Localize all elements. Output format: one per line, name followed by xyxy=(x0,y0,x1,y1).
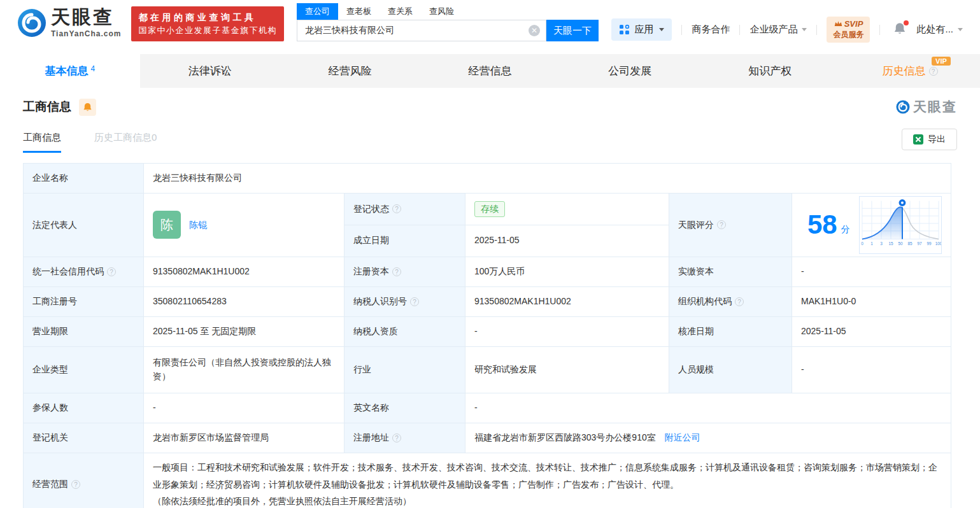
search-button[interactable]: 天眼一下 xyxy=(546,20,599,41)
field-insured-num-value: - xyxy=(144,393,344,423)
notifications-button[interactable] xyxy=(893,22,906,38)
field-taxpayer-quality-value: - xyxy=(465,316,669,346)
field-establish-date-value: 2025-11-05 xyxy=(465,225,669,257)
watermark-text: 天眼查 xyxy=(913,98,957,116)
tab-legal-label: 法律诉讼 xyxy=(188,64,232,78)
field-reg-capital-label: 注册资本? xyxy=(344,257,465,286)
alert-bell-icon xyxy=(83,102,92,112)
help-icon[interactable]: ? xyxy=(410,297,419,306)
divider xyxy=(879,25,880,35)
menu-enterprise-products[interactable]: 企业级产品 xyxy=(749,24,807,36)
menu-business-label: 商务合作 xyxy=(692,24,730,36)
eye-watermark-icon xyxy=(896,100,910,114)
field-reg-status-value: 存续 xyxy=(465,194,669,225)
tab-operating-label: 经营信息 xyxy=(469,64,512,78)
help-icon[interactable]: ? xyxy=(392,204,401,213)
svg-text:15: 15 xyxy=(888,241,893,246)
field-paid-capital-value: - xyxy=(792,257,951,286)
table-row: 工商注册号 350802110654283 纳税人识别号? 91350802MA… xyxy=(24,286,951,316)
search-tab-risk[interactable]: 查风险 xyxy=(421,3,462,20)
export-button[interactable]: 导出 xyxy=(902,129,957,150)
apps-menu-button[interactable]: 应用 xyxy=(611,18,672,41)
svip-member-button[interactable]: SVIP 会员服务 xyxy=(827,17,870,43)
subtab-business-info[interactable]: 工商信息 xyxy=(23,132,61,153)
tianyancha-logo[interactable]: 天眼查 TianYanCha.com xyxy=(17,8,121,38)
field-address-value: 福建省龙岩市新罗区西陂路303号办公楼910室 附近公司 xyxy=(465,423,951,453)
field-credit-code-value: 91350802MAK1H1U002 xyxy=(144,257,344,286)
scope-note: （除依法须经批准的项目外，凭营业执照依法自主开展经营活动） xyxy=(153,493,942,508)
field-company-name-label: 企业名称 xyxy=(24,164,144,194)
help-icon[interactable]: ? xyxy=(717,220,726,229)
search-tab-relation[interactable]: 查关系 xyxy=(380,3,421,20)
field-staff-scale-label: 人员规模 xyxy=(669,346,792,393)
field-reg-capital-value: 100万人民币 xyxy=(465,257,669,286)
search-input[interactable] xyxy=(297,20,546,41)
tab-history-label: 历史信息 xyxy=(883,64,926,78)
apps-menu-label: 应用 xyxy=(634,24,653,36)
help-icon[interactable]: ? xyxy=(929,67,938,76)
tab-intellectual-property[interactable]: 知识产权 xyxy=(700,54,840,88)
field-paid-capital-label: 实缴资本 xyxy=(669,257,792,286)
page-header: 天眼查 TianYanCha.com 都在用的商业查询工具 国家中小企业发展子基… xyxy=(0,0,980,54)
field-reg-status-label: 登记状态? xyxy=(344,194,465,225)
legal-rep-avatar[interactable]: 陈 xyxy=(153,211,181,239)
menu-business-cooperation[interactable]: 商务合作 xyxy=(692,24,730,36)
search-tab-boss[interactable]: 查老板 xyxy=(338,3,380,20)
tab-legal-proceedings[interactable]: 法律诉讼 xyxy=(140,54,280,88)
nearby-companies-link[interactable]: 附近公司 xyxy=(665,432,700,442)
field-legal-rep-value: 陈 陈锟 xyxy=(144,194,344,257)
chevron-down-icon xyxy=(958,28,963,31)
table-row: 统一社会信用代码? 91350802MAK1H1U002 注册资本? 100万人… xyxy=(24,257,951,286)
tab-basic-info-count: 4 xyxy=(91,64,96,73)
field-score-value: 58 分 xyxy=(792,194,951,257)
field-company-type-value: 有限责任公司（非自然人投资或控股的法人独资） xyxy=(144,346,344,393)
logo-domain: TianYanCha.com xyxy=(51,29,121,38)
field-score-label: 天眼评分? xyxy=(669,194,792,257)
field-legal-rep-label: 法定代表人 xyxy=(24,194,144,257)
address-text: 福建省龙岩市新罗区西陂路303号办公楼910室 xyxy=(474,432,656,442)
field-company-name-value: 龙岩三快科技有限公司 xyxy=(144,164,951,194)
score-number: 58 xyxy=(807,211,837,238)
tab-basic-info-label: 基本信息 xyxy=(45,64,89,78)
svg-text:97: 97 xyxy=(917,241,922,246)
tab-development-label: 公司发展 xyxy=(608,64,651,78)
tab-company-development[interactable]: 公司发展 xyxy=(560,54,700,88)
help-icon[interactable]: ? xyxy=(735,297,744,306)
field-taxpayer-no-label: 纳税人识别号? xyxy=(344,286,465,316)
help-icon[interactable]: ? xyxy=(392,434,401,442)
field-english-name-value: - xyxy=(465,393,951,423)
tab-operating-risk[interactable]: 经营风险 xyxy=(280,54,420,88)
field-term-value: 2025-11-05 至 无固定期限 xyxy=(144,316,344,346)
slogan-line2: 国家中小企业发展子基金旗下机构 xyxy=(138,24,277,37)
svip-label-2: 会员服务 xyxy=(833,29,863,40)
field-reg-org-value: 龙岩市新罗区市场监督管理局 xyxy=(144,423,344,453)
subscribe-alert-button[interactable] xyxy=(79,99,96,116)
table-row: 企业类型 有限责任公司（非自然人投资或控股的法人独资） 行业 研究和试验发展 人… xyxy=(24,346,951,393)
divider xyxy=(739,25,740,35)
tab-history-info[interactable]: VIP 历史信息 ? xyxy=(840,54,980,88)
legal-rep-link[interactable]: 陈锟 xyxy=(189,218,207,232)
brand-slogan: 都在用的商业查询工具 国家中小企业发展子基金旗下机构 xyxy=(131,6,284,41)
field-term-label: 营业期限 xyxy=(24,316,144,346)
field-company-type-label: 企业类型 xyxy=(24,346,144,393)
svg-text:100: 100 xyxy=(935,241,941,246)
help-icon[interactable]: ? xyxy=(71,480,80,489)
subtab-history-business-info[interactable]: 历史工商信息0 xyxy=(94,132,157,153)
tab-basic-info[interactable]: 基本信息 4 xyxy=(0,54,140,88)
score-marker-icon xyxy=(898,199,905,206)
tab-risk-label: 经营风险 xyxy=(329,64,372,78)
help-icon[interactable]: ? xyxy=(107,267,116,276)
svg-text:50: 50 xyxy=(898,241,903,246)
table-row: 企业名称 龙岩三快科技有限公司 xyxy=(24,164,951,194)
field-reg-org-label: 登记机关 xyxy=(24,423,144,453)
help-icon[interactable]: ? xyxy=(392,267,401,276)
vip-badge: VIP xyxy=(932,57,951,66)
tab-operating-info[interactable]: 经营信息 xyxy=(420,54,560,88)
chevron-down-icon xyxy=(802,28,807,31)
export-label: 导出 xyxy=(928,134,946,145)
search-tab-company[interactable]: 查公司 xyxy=(297,3,338,20)
field-industry-value: 研究和试验发展 xyxy=(465,346,669,393)
clear-search-icon[interactable] xyxy=(529,25,540,36)
section-title: 工商信息 xyxy=(23,99,71,115)
user-menu[interactable]: 此处有... xyxy=(916,24,963,36)
